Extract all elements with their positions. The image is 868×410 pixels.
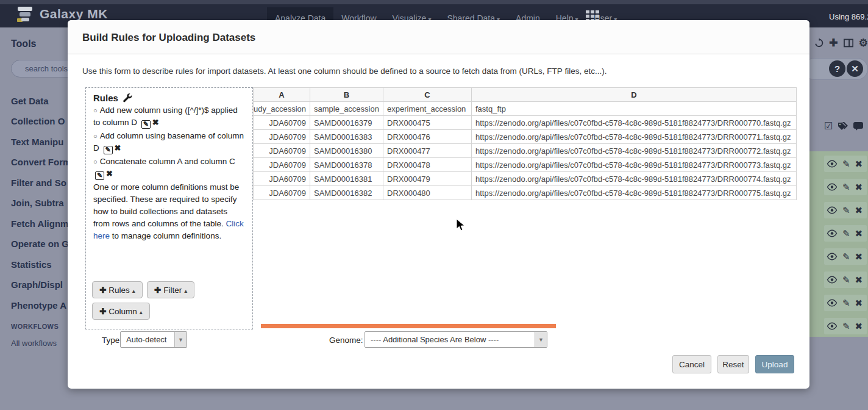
table-cell: JDA60709	[254, 186, 310, 200]
rules-panel-title: Rules	[93, 93, 118, 103]
pencil-icon[interactable]: ✎	[842, 298, 850, 308]
mouse-cursor	[456, 218, 466, 234]
pencil-icon[interactable]: ✎	[842, 322, 850, 331]
pencil-icon[interactable]: ✎	[842, 182, 850, 192]
all-workflows-link[interactable]: All workflows	[11, 339, 57, 348]
sidebar-item-text-manipulation[interactable]: Text Manipu	[11, 137, 63, 147]
sidebar-item-statistics[interactable]: Statistics	[11, 259, 52, 270]
type-select[interactable]: Auto-detect ▼	[120, 331, 187, 348]
eye-icon[interactable]	[827, 160, 838, 168]
remove-rule-icon[interactable]: ✖	[152, 118, 159, 127]
add-column-button[interactable]: ✚Column▴	[92, 303, 150, 320]
column-header-d[interactable]: D	[472, 88, 797, 102]
sidebar-item-collection-operations[interactable]: Collection O	[11, 116, 65, 126]
history-options-gear-icon[interactable]: ⚙	[859, 38, 868, 48]
close-icon[interactable]: ✕	[847, 60, 863, 77]
delete-icon[interactable]: ✖	[855, 322, 863, 331]
sidebar-item-get-data[interactable]: Get Data	[11, 96, 49, 106]
chevron-down-icon: ▼	[535, 332, 547, 347]
pencil-icon[interactable]: ✎	[842, 159, 850, 168]
table-cell: https://zenodo.org/api/files/c07c0fbd-c5…	[472, 144, 797, 158]
cancel-button[interactable]: Cancel	[672, 355, 711, 373]
eye-icon[interactable]	[827, 322, 838, 330]
edit-rule-icon[interactable]: ✎	[95, 171, 104, 180]
sidebar-item-fetch-alignments[interactable]: Fetch Alignm	[11, 218, 68, 229]
add-filter-button[interactable]: ✚Filter▴	[147, 281, 194, 298]
table-cell: DRX000479	[383, 172, 472, 186]
eye-icon[interactable]	[827, 229, 838, 237]
masthead-top-strip	[0, 0, 868, 4]
sidebar-item-filter-sort[interactable]: Filter and So	[11, 178, 66, 188]
upload-button[interactable]: Upload	[755, 355, 794, 373]
table-cell: JDA60709	[254, 130, 310, 144]
dataset-row: ✎✖	[824, 272, 867, 288]
annotation-icon[interactable]	[853, 121, 864, 131]
rule-item: ○Concatenate column A and column C ✎✖	[93, 156, 245, 180]
table-cell: DRX000477	[383, 144, 472, 158]
table-row: JDA60709 SAMD00016382 DRX000480 https://…	[254, 186, 797, 200]
wrench-icon[interactable]	[123, 93, 132, 103]
dataset-row: ✎✖	[824, 295, 867, 311]
eye-icon[interactable]	[827, 276, 838, 284]
table-cell: fastq_ftp	[472, 102, 797, 116]
history-toolbar: ✚ ⚙	[814, 38, 868, 48]
multi-history-icon[interactable]	[844, 38, 853, 48]
sidebar-item-graph-display[interactable]: Graph/Displ	[11, 279, 63, 290]
tools-title: Tools	[11, 38, 36, 49]
new-history-icon[interactable]: ✚	[829, 38, 838, 48]
remove-rule-icon[interactable]: ✖	[106, 169, 113, 178]
delete-icon[interactable]: ✖	[855, 229, 863, 238]
pencil-icon[interactable]: ✎	[842, 206, 850, 215]
eye-icon[interactable]	[827, 253, 838, 261]
add-rules-button[interactable]: ✚Rules▴	[92, 281, 143, 298]
delete-icon[interactable]: ✖	[855, 275, 863, 284]
table-cell: DRX000476	[383, 130, 472, 144]
table-cell: sample_accession	[310, 102, 383, 116]
delete-icon[interactable]: ✖	[855, 252, 863, 261]
delete-icon[interactable]: ✖	[855, 159, 863, 168]
delete-icon[interactable]: ✖	[855, 298, 863, 308]
pencil-icon[interactable]: ✎	[842, 275, 850, 284]
galaxy-brand[interactable]: Galaxy MK	[16, 5, 108, 22]
table-cell: udy_accession	[254, 102, 310, 116]
table-field-row: udy_accession sample_accession experimen…	[254, 102, 797, 116]
build-rules-modal: Build Rules for Uploading Datasets Use t…	[68, 20, 809, 389]
rules-panel: Rules ○Add new column using ([^/]*)$ app…	[85, 87, 253, 329]
edit-rule-icon[interactable]: ✎	[104, 146, 113, 154]
table-row: JDA60709 SAMD00016379 DRX000475 https://…	[254, 116, 797, 130]
reset-button[interactable]: Reset	[717, 355, 749, 373]
remove-rule-icon[interactable]: ✖	[115, 143, 121, 153]
tags-icon[interactable]	[837, 121, 848, 131]
eye-icon[interactable]	[827, 183, 838, 191]
help-icon[interactable]: ?	[829, 60, 845, 77]
modal-title: Build Rules for Uploading Datasets	[82, 32, 255, 44]
sidebar-item-operate-on[interactable]: Operate on G	[11, 239, 68, 249]
sidebar-item-convert-formats[interactable]: Convert Form	[11, 157, 68, 167]
dataset-row: ✎✖	[824, 202, 867, 218]
column-header-b[interactable]: B	[310, 88, 383, 102]
table-cell: JDA60709	[254, 158, 310, 172]
delete-icon[interactable]: ✖	[855, 182, 863, 192]
pencil-icon[interactable]: ✎	[842, 229, 850, 238]
dataset-row: ✎✖	[824, 318, 867, 334]
edit-rule-icon[interactable]: ✎	[141, 120, 151, 129]
table-cell: SAMD00016381	[310, 172, 383, 186]
refresh-icon[interactable]	[814, 38, 824, 48]
table-cell: SAMD00016382	[310, 186, 383, 200]
genome-select[interactable]: ---- Additional Species Are Below ---- ▼	[365, 331, 547, 348]
search-tools-input[interactable]	[11, 60, 68, 77]
pencil-icon[interactable]: ✎	[842, 252, 850, 261]
column-header-c[interactable]: C	[383, 88, 472, 102]
dataset-row: ✎✖	[824, 248, 867, 265]
source-progress-bar	[261, 324, 556, 328]
sidebar-item-join-subtract[interactable]: Join, Subtra	[11, 198, 64, 208]
sidebar-item-phenotype[interactable]: Phenotype A	[11, 300, 66, 311]
column-header-a[interactable]: A	[254, 88, 310, 102]
eye-icon[interactable]	[827, 206, 838, 214]
tools-sidebar: Tools Get Data Collection O Text Manipu …	[0, 27, 68, 410]
checkbox-select-icon[interactable]: ☑	[824, 120, 833, 132]
eye-icon[interactable]	[827, 299, 838, 307]
table-cell: https://zenodo.org/api/files/c07c0fbd-c5…	[472, 158, 797, 172]
delete-icon[interactable]: ✖	[855, 206, 863, 215]
rule-builder-buttons: ✚Rules▴✚Filter▴ ✚Column▴	[92, 281, 247, 324]
